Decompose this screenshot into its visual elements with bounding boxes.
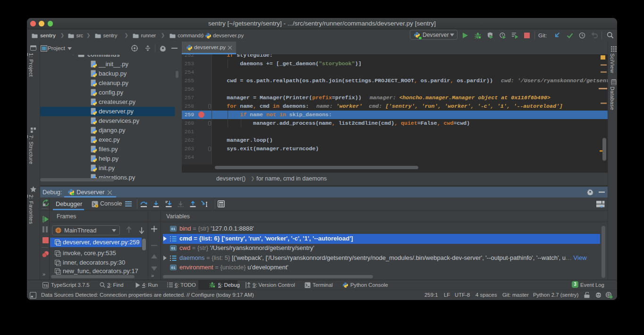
- svg-text:TS: TS: [43, 283, 48, 287]
- svg-text:01: 01: [171, 227, 176, 231]
- svg-text:01: 01: [171, 266, 176, 270]
- svg-text:01: 01: [171, 246, 176, 250]
